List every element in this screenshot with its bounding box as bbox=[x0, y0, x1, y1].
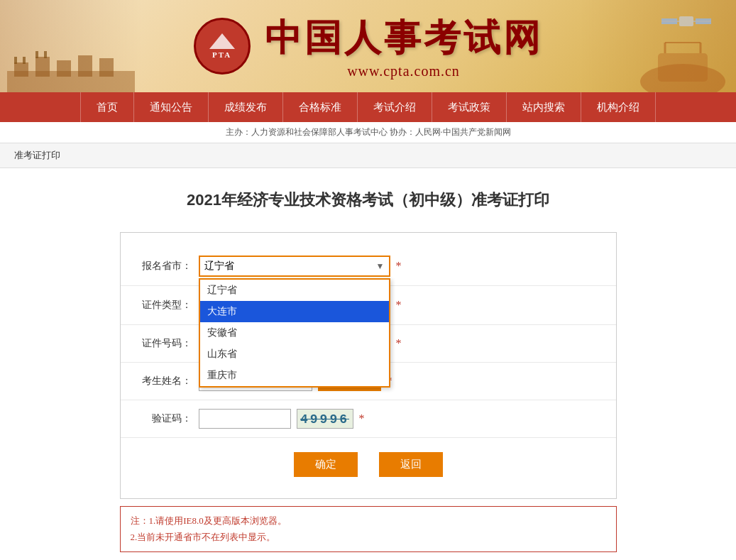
site-url: www.cpta.com.cn bbox=[347, 63, 460, 79]
id-number-label: 证件号码： bbox=[135, 337, 192, 350]
province-required: * bbox=[396, 260, 402, 273]
captcha-required: * bbox=[359, 412, 365, 425]
svg-rect-5 bbox=[99, 58, 114, 77]
province-dropdown: 辽宁省 大连市 安徽省 山东省 重庆市 bbox=[199, 278, 390, 388]
note-item-2: 2.当前未开通省市不在列表中显示。 bbox=[131, 529, 606, 545]
dropdown-option-liaoning[interactable]: 辽宁省 bbox=[200, 280, 389, 301]
svg-rect-16 bbox=[658, 53, 708, 82]
svg-rect-8 bbox=[35, 51, 38, 58]
return-button[interactable]: 返回 bbox=[379, 452, 443, 477]
button-row: 确定 返回 bbox=[121, 438, 616, 484]
svg-rect-9 bbox=[44, 51, 47, 58]
site-logo: PTA bbox=[194, 18, 251, 75]
nav-home[interactable]: 首页 bbox=[80, 92, 134, 122]
nav-bar: 首页 通知公告 成绩发布 合格标准 考试介绍 考试政策 站内搜索 机构介绍 bbox=[0, 92, 736, 122]
svg-rect-3 bbox=[57, 60, 71, 77]
captcha-image: 49996 bbox=[297, 409, 353, 429]
id-type-label: 证件类型： bbox=[135, 299, 192, 312]
province-select-wrapper: 辽宁省 ▼ 辽宁省 大连市 安徽省 山东省 重庆市 bbox=[199, 256, 390, 277]
nav-notice[interactable]: 通知公告 bbox=[134, 92, 209, 122]
nav-scores[interactable]: 成绩发布 bbox=[209, 92, 283, 122]
stadium-decoration bbox=[630, 39, 736, 92]
dropdown-option-dalian[interactable]: 大连市 bbox=[200, 301, 389, 322]
chevron-down-icon: ▼ bbox=[376, 261, 385, 272]
svg-rect-6 bbox=[14, 57, 17, 64]
dropdown-option-shandong[interactable]: 山东省 bbox=[200, 344, 389, 365]
dropdown-option-anhui[interactable]: 安徽省 bbox=[200, 322, 389, 344]
nav-exam-policy[interactable]: 考试政策 bbox=[432, 92, 507, 122]
svg-rect-2 bbox=[35, 57, 50, 77]
province-label: 报名省市： bbox=[135, 260, 192, 273]
province-row: 报名省市： 辽宁省 ▼ 辽宁省 大连市 安徽省 山东省 重庆市 * bbox=[121, 247, 616, 286]
site-title: 中国人事考试网 bbox=[265, 13, 543, 63]
id-number-required: * bbox=[396, 337, 402, 350]
nav-search[interactable]: 站内搜索 bbox=[507, 92, 581, 122]
svg-rect-7 bbox=[23, 57, 26, 64]
id-type-required: * bbox=[396, 299, 402, 312]
sub-header: 主办：人力资源和社会保障部人事考试中心 协办：人民网·中国共产党新闻网 bbox=[0, 122, 736, 143]
province-current-value: 辽宁省 bbox=[204, 260, 234, 273]
header-text: 中国人事考试网 www.cpta.com.cn bbox=[265, 13, 543, 79]
logo-triangle bbox=[209, 33, 235, 49]
breadcrumb-text: 准考证打印 bbox=[14, 150, 60, 160]
svg-rect-10 bbox=[679, 16, 693, 26]
form-title: 2021年经济专业技术资格考试（初中级）准考证打印 bbox=[14, 190, 722, 211]
nav-exam-intro[interactable]: 考试介绍 bbox=[358, 92, 432, 122]
confirm-button[interactable]: 确定 bbox=[294, 452, 358, 477]
captcha-input[interactable] bbox=[199, 409, 291, 429]
breadcrumb: 准考证打印 bbox=[0, 143, 736, 168]
note-item-1: 注：1.请使用IE8.0及更高版本浏览器。 bbox=[131, 512, 606, 529]
name-label: 考生姓名： bbox=[135, 375, 192, 388]
notes-box: 注：1.请使用IE8.0及更高版本浏览器。 2.当前未开通省市不在列表中显示。 bbox=[120, 506, 617, 552]
captcha-row: 验证码： 49996 * bbox=[121, 400, 616, 438]
header-center: PTA 中国人事考试网 www.cpta.com.cn bbox=[194, 13, 543, 79]
form-container: 报名省市： 辽宁省 ▼ 辽宁省 大连市 安徽省 山东省 重庆市 * 证件类型： bbox=[120, 232, 617, 499]
svg-rect-1 bbox=[14, 62, 28, 77]
svg-rect-4 bbox=[78, 55, 92, 77]
site-header: PTA 中国人事考试网 www.cpta.com.cn bbox=[0, 0, 736, 92]
nav-standards[interactable]: 合格标准 bbox=[283, 92, 358, 122]
nav-org-intro[interactable]: 机构介绍 bbox=[581, 92, 656, 122]
province-select[interactable]: 辽宁省 ▼ bbox=[199, 256, 390, 277]
logo-text: PTA bbox=[212, 50, 231, 59]
satellite-decoration bbox=[658, 6, 715, 41]
great-wall-decoration bbox=[7, 35, 135, 92]
main-content: 2021年经济专业技术资格考试（初中级）准考证打印 报名省市： 辽宁省 ▼ 辽宁… bbox=[0, 168, 736, 560]
dropdown-option-chongqing[interactable]: 重庆市 bbox=[200, 365, 389, 386]
captcha-label: 验证码： bbox=[135, 412, 192, 425]
sub-header-text: 主办：人力资源和社会保障部人事考试中心 协办：人民网·中国共产党新闻网 bbox=[226, 127, 511, 137]
